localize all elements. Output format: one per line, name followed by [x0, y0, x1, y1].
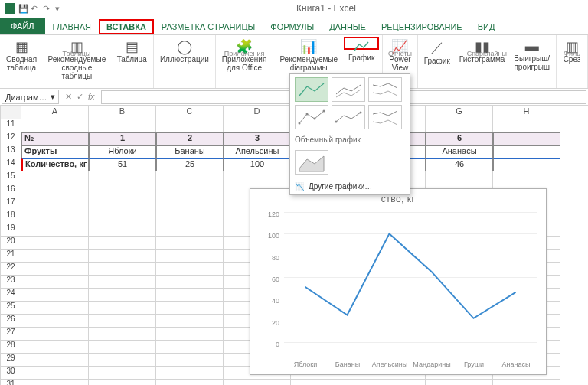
cell[interactable]: 51 [89, 158, 156, 171]
tab-insert[interactable]: ВСТАВКА [99, 19, 154, 34]
cell[interactable] [358, 380, 426, 385]
cell[interactable]: Яблоки [89, 145, 156, 158]
cell[interactable] [224, 380, 291, 385]
cell[interactable]: № [21, 132, 89, 145]
cell[interactable] [426, 380, 493, 385]
powerview-button[interactable]: 📈Power View [386, 37, 413, 50]
row-head[interactable]: 17 [0, 197, 21, 210]
row-head[interactable]: 29 [0, 354, 21, 367]
cell[interactable] [156, 289, 224, 302]
cell[interactable] [21, 315, 89, 328]
cell[interactable] [89, 354, 156, 367]
cancel-icon[interactable]: ✕ [65, 92, 72, 102]
cell[interactable] [426, 119, 493, 132]
cell[interactable] [156, 367, 224, 380]
tab-data[interactable]: ДАННЫЕ [322, 19, 374, 34]
cell[interactable]: 46 [426, 158, 493, 171]
row-head[interactable]: 16 [0, 184, 21, 197]
tab-view[interactable]: ВИД [470, 19, 503, 34]
cell[interactable] [89, 367, 156, 380]
cell[interactable] [493, 380, 560, 385]
cell[interactable] [156, 210, 224, 223]
name-box[interactable]: Диаграм…▾ [2, 90, 59, 104]
undo-icon[interactable]: ↶ [31, 4, 40, 13]
cell[interactable] [89, 302, 156, 315]
save-icon[interactable]: 💾 [18, 4, 28, 13]
cell[interactable] [21, 184, 89, 197]
col-head[interactable]: D [224, 106, 291, 119]
tab-file[interactable]: ФАЙЛ [0, 18, 45, 34]
cell[interactable] [21, 250, 89, 263]
cell[interactable] [291, 380, 358, 385]
cell[interactable] [21, 237, 89, 250]
recommended-charts-button[interactable]: 📊Рекомендуемые diаграммы [276, 37, 341, 50]
row-head[interactable]: 22 [0, 263, 21, 276]
cell[interactable] [21, 289, 89, 302]
row-head[interactable]: 23 [0, 276, 21, 289]
cell[interactable] [89, 380, 156, 385]
row-head[interactable]: 19 [0, 223, 21, 237]
cell[interactable] [89, 223, 156, 237]
apps-button[interactable]: 🧩Приложения для Office [219, 37, 270, 50]
cell[interactable] [156, 354, 224, 367]
row-head[interactable]: 26 [0, 315, 21, 328]
select-all-corner[interactable] [0, 106, 21, 119]
line-chart-button[interactable]: График [344, 37, 379, 50]
cell[interactable] [493, 158, 560, 171]
row-head[interactable]: 28 [0, 341, 21, 354]
cell[interactable] [21, 171, 89, 184]
cell[interactable]: Апельсины [224, 145, 291, 158]
tab-review[interactable]: РЕЦЕНЗИРОВАНИЕ [374, 19, 470, 34]
chart-type-100stacked-line[interactable] [368, 77, 402, 102]
col-head[interactable]: A [21, 106, 89, 119]
redo-icon[interactable]: ↷ [43, 4, 52, 13]
row-head[interactable]: 15 [0, 171, 21, 184]
row-head[interactable]: 18 [0, 210, 21, 223]
row-head[interactable]: 20 [0, 237, 21, 250]
row-head[interactable]: 31 [0, 380, 21, 385]
chart-type-line[interactable] [295, 77, 328, 102]
cell[interactable] [224, 119, 291, 132]
row-head[interactable]: 24 [0, 289, 21, 302]
cell[interactable] [493, 132, 560, 145]
cell[interactable] [156, 315, 224, 328]
row-head[interactable]: 13 [0, 145, 21, 158]
tab-formulas[interactable]: ФОРМУЛЫ [263, 19, 322, 34]
cell[interactable] [89, 237, 156, 250]
cell[interactable] [89, 263, 156, 276]
cell[interactable]: 3 [224, 132, 291, 145]
slicer-button[interactable]: ▥Срез [560, 37, 584, 50]
row-head[interactable]: 30 [0, 367, 21, 380]
cell[interactable] [21, 380, 89, 385]
chart-type-stacked-line-markers[interactable] [332, 105, 365, 129]
row-head[interactable]: 14 [0, 158, 21, 171]
cell[interactable] [156, 184, 224, 197]
cell[interactable] [21, 119, 89, 132]
illustrations-button[interactable]: ◯Иллюстрации [157, 37, 212, 50]
cell[interactable] [21, 328, 89, 341]
cell[interactable] [89, 315, 156, 328]
more-charts-link[interactable]: 📉Другие графики… [290, 178, 410, 194]
cell[interactable] [493, 119, 560, 132]
cell[interactable]: 2 [156, 132, 224, 145]
cell[interactable]: Ананасы [426, 145, 493, 158]
cell[interactable] [89, 197, 156, 210]
sparkline-line-button[interactable]: ／График [421, 37, 453, 50]
cell[interactable] [156, 302, 224, 315]
row-head[interactable]: 21 [0, 250, 21, 263]
cell[interactable] [89, 119, 156, 132]
cell[interactable] [156, 119, 224, 132]
cell[interactable] [89, 210, 156, 223]
cell[interactable] [156, 328, 224, 341]
cell[interactable]: Бананы [156, 145, 224, 158]
cell[interactable] [426, 171, 493, 184]
chart-plot-area[interactable] [284, 212, 537, 342]
cell[interactable]: 1 [89, 132, 156, 145]
cell[interactable]: 25 [156, 158, 224, 171]
cell[interactable] [89, 276, 156, 289]
chart-type-stacked-line[interactable] [332, 77, 365, 102]
fx-icon[interactable]: fx [88, 92, 95, 102]
tab-layout[interactable]: РАЗМЕТКА СТРАНИЦЫ [154, 19, 263, 34]
cell[interactable]: Количество, кг [21, 158, 89, 171]
chart-type-3d-line[interactable] [295, 150, 328, 175]
